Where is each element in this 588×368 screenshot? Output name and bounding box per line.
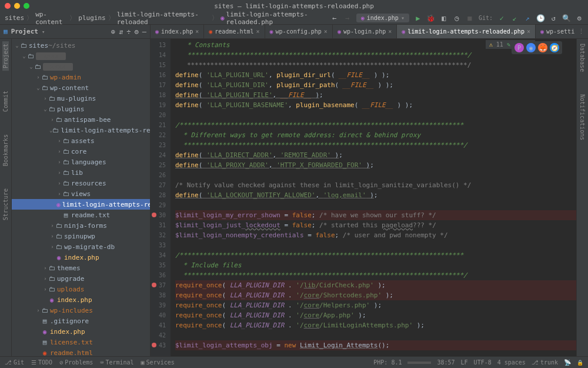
project-tree[interactable]: ⌄🗀sites ~/sites⌄🗀xxxx⌄🗀xxxx›🗀wp-admin⌄🗀w… xyxy=(12,39,151,356)
line-number[interactable]: 21 xyxy=(151,120,166,130)
editor-tab[interactable]: ◉limit-login-attempts-reloaded.php× xyxy=(397,25,536,38)
statusbar-git[interactable]: ⎇ Git xyxy=(5,359,24,366)
line-number[interactable]: 39 xyxy=(151,300,166,310)
line-number[interactable]: 22 xyxy=(151,130,166,140)
line-number[interactable]: 34 xyxy=(151,250,166,260)
select-opened-file-icon[interactable]: ⊕ xyxy=(111,28,115,36)
chevron-right-icon[interactable]: › xyxy=(42,95,48,101)
tree-folder[interactable]: ›🗀languages xyxy=(12,157,150,167)
tree-file[interactable]: ▤license.txt xyxy=(12,337,150,347)
settings-icon[interactable]: ⚙ xyxy=(575,14,583,22)
chevron-right-icon[interactable]: › xyxy=(49,223,55,228)
run-configuration-selector[interactable]: ◉ index.php ▾ xyxy=(356,14,409,22)
code-line[interactable]: require_once( LLA_PLUGIN_DIR . '/core/Ap… xyxy=(175,310,576,320)
line-number[interactable]: 38 xyxy=(151,290,166,300)
statusbar-terminal[interactable]: ⌨ Terminal xyxy=(100,359,133,366)
chevron-right-icon[interactable]: › xyxy=(56,138,62,144)
back-icon[interactable]: ← xyxy=(330,14,339,22)
line-number[interactable]: 36 xyxy=(151,270,166,280)
vcs-commit-icon[interactable]: ↙ xyxy=(510,14,519,22)
chevron-down-icon[interactable]: ⌄ xyxy=(35,85,41,91)
line-number[interactable]: 37 xyxy=(151,280,166,290)
encoding[interactable]: UTF-8 xyxy=(474,359,492,366)
forward-icon[interactable]: → xyxy=(343,14,352,22)
git-branch[interactable]: ⎇ trunk xyxy=(532,359,558,366)
breadcrumb-item[interactable]: ◉limit-login-attempts-reloaded.php xyxy=(220,11,330,26)
expand-all-icon[interactable]: ⇵ xyxy=(119,28,123,36)
php-version[interactable]: PHP: 8.1 xyxy=(373,359,402,366)
line-number[interactable]: 14 xyxy=(151,50,166,60)
editor-tab[interactable]: ◉wp-settings.php× xyxy=(536,25,574,38)
line-number[interactable]: 33 xyxy=(151,240,166,250)
line-number[interactable]: 27 xyxy=(151,180,166,190)
code-area[interactable]: * Constants ****************************… xyxy=(171,39,576,356)
tool-window-project[interactable]: Project xyxy=(2,41,9,71)
chevron-right-icon[interactable]: › xyxy=(42,265,48,271)
close-tab-icon[interactable]: × xyxy=(195,28,199,35)
tree-folder[interactable]: ›🗀uploads xyxy=(12,284,150,294)
breadcrumb-item[interactable]: sites xyxy=(5,14,24,22)
tree-folder[interactable]: ›🗀mu-plugins xyxy=(12,93,150,104)
tree-folder[interactable]: ›🗀core xyxy=(12,146,150,157)
tool-settings-icon[interactable]: ⚙ xyxy=(135,28,139,36)
statusbar-problems[interactable]: ⊘ Problems xyxy=(59,359,93,366)
code-line[interactable]: define( 'LLA_PROXY_ADDR', 'HTTP_X_FORWAR… xyxy=(175,160,576,170)
code-line[interactable]: * Include files xyxy=(175,260,576,270)
line-number[interactable]: 17 xyxy=(151,80,166,90)
code-line[interactable]: /***************************************… xyxy=(175,250,576,260)
close-tab-icon[interactable]: × xyxy=(388,28,392,35)
rollback-icon[interactable]: ↺ xyxy=(549,14,557,22)
chevron-right-icon[interactable]: › xyxy=(56,180,62,186)
code-line[interactable]: define( 'LLA_LOCKOUT_NOTIFY_ALLOWED', 'l… xyxy=(175,190,576,200)
code-line[interactable]: /***************************************… xyxy=(175,120,576,130)
breadcrumb-item[interactable]: limit-login-attempts-reloaded xyxy=(117,11,209,26)
lock-icon[interactable] xyxy=(577,360,583,366)
deployment-icon[interactable]: 📡 xyxy=(564,359,571,366)
breakpoint-icon[interactable] xyxy=(152,343,156,347)
stop-button[interactable]: ■ xyxy=(466,14,474,22)
close-tab-icon[interactable]: × xyxy=(324,28,328,35)
breadcrumb-item[interactable]: plugins xyxy=(78,14,105,22)
line-number[interactable]: 41 xyxy=(151,320,166,330)
chevron-right-icon[interactable]: › xyxy=(42,286,48,292)
tree-folder[interactable]: ›🗀lib xyxy=(12,167,150,178)
safari-icon[interactable]: 🧭 xyxy=(550,43,559,52)
vcs-update-icon[interactable]: ✓ xyxy=(497,14,506,22)
line-number[interactable]: 29 xyxy=(151,200,166,210)
tool-window-structure[interactable]: Structure xyxy=(2,186,9,223)
code-line[interactable]: define( 'LLA_PLUGIN_BASENAME', plugin_ba… xyxy=(175,100,576,110)
chevron-right-icon[interactable]: › xyxy=(49,244,55,250)
indent[interactable]: 4 spaces xyxy=(497,359,526,366)
statusbar-todo[interactable]: ☰ TODO xyxy=(31,359,52,366)
tabs-options-icon[interactable]: ⋮ xyxy=(574,25,588,38)
editor-tab[interactable]: ◉index.php× xyxy=(151,25,204,38)
phpstorm-icon[interactable]: P xyxy=(514,43,524,52)
line-number[interactable]: 19 xyxy=(151,100,166,110)
tree-folder[interactable]: ›🗀spinupwp xyxy=(12,231,150,241)
tree-file[interactable]: ▤.gitignore xyxy=(12,316,150,326)
code-line[interactable]: define( 'LLA_DIRECT_ADDR', 'REMOTE_ADDR'… xyxy=(175,150,576,160)
tree-folder[interactable]: ›🗀upgrade xyxy=(12,273,150,284)
line-number[interactable]: 20 xyxy=(151,110,166,120)
chevron-right-icon[interactable]: › xyxy=(56,170,62,175)
tree-file[interactable]: ◉index.php xyxy=(12,252,150,263)
breakpoint-icon[interactable] xyxy=(152,283,156,287)
line-number[interactable]: 24 xyxy=(151,150,166,160)
code-line[interactable] xyxy=(175,240,576,250)
code-line[interactable]: define( 'LLA_PLUGIN_DIR', plugin_dir_pat… xyxy=(175,80,576,90)
chevron-right-icon[interactable]: › xyxy=(49,117,55,122)
tree-folder[interactable]: ›🗀assets xyxy=(12,135,150,146)
chevron-down-icon[interactable]: ⌄ xyxy=(21,53,27,59)
code-line[interactable]: require_once( LLA_PLUGIN_DIR . '/core/Sh… xyxy=(175,290,576,300)
code-line[interactable]: $limit_login_my_error_shown = false; /* … xyxy=(175,210,576,220)
line-number[interactable]: 13 xyxy=(151,40,166,50)
tree-folder[interactable]: ⌄🗀xxxx xyxy=(12,51,150,61)
vcs-history-icon[interactable]: 🕒 xyxy=(536,14,544,22)
tree-file[interactable]: ▤readme.txt xyxy=(12,210,150,220)
tree-folder[interactable]: ⌄🗀wp-content xyxy=(12,82,150,93)
tree-folder[interactable]: ›🗀wp-migrate-db xyxy=(12,241,150,252)
chevron-down-icon[interactable]: ▾ xyxy=(42,29,45,35)
tree-file[interactable]: ◉readme.html xyxy=(12,347,150,356)
tool-window-database[interactable]: Database xyxy=(579,41,586,74)
tree-folder[interactable]: ›🗀wp-admin xyxy=(12,72,150,82)
